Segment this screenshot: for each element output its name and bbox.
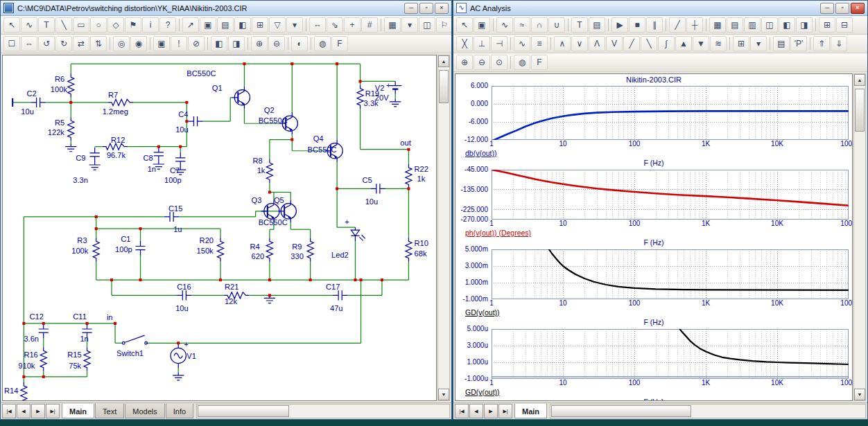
box-info-icon[interactable]: ▣: [153, 36, 170, 51]
wave-bottom-icon[interactable]: ∪: [548, 17, 565, 33]
next-page-button[interactable]: ▶: [484, 404, 498, 418]
mirror-h-icon[interactable]: ⇄: [73, 36, 89, 51]
schematic-tab-info[interactable]: Info: [166, 404, 193, 418]
component-label[interactable]: C16: [177, 283, 191, 291]
component-label[interactable]: V1: [186, 352, 196, 360]
component-label[interactable]: BC550C: [186, 69, 216, 78]
component-label[interactable]: BC550C: [259, 218, 288, 227]
analysis-tab-main[interactable]: Main: [514, 404, 547, 418]
grid-toggle-icon[interactable]: ▦: [384, 17, 401, 33]
left-vertical-scrollbar[interactable]: ▲ ▼: [437, 55, 450, 401]
panel-grid-icon[interactable]: ▦: [709, 17, 726, 33]
select-region-icon[interactable]: ☐: [3, 36, 20, 51]
res_v-symbol[interactable]: [266, 238, 272, 261]
first-page-button[interactable]: |◀: [455, 404, 469, 418]
grid-menu-icon[interactable]: ▾: [401, 17, 418, 33]
scroll-track[interactable]: [854, 86, 865, 389]
component-label[interactable]: 1k: [257, 166, 266, 175]
component-label[interactable]: in: [107, 313, 113, 321]
component-label[interactable]: 47u: [330, 304, 343, 312]
gnd-symbol[interactable]: [173, 373, 184, 380]
batt-symbol[interactable]: [389, 81, 401, 94]
go-to-x-icon[interactable]: ╳: [456, 36, 473, 51]
zoom-auto-icon[interactable]: ⊙: [491, 55, 507, 70]
component-label[interactable]: +: [184, 340, 189, 348]
res_v-symbol[interactable]: [40, 347, 46, 371]
goto-flag-icon[interactable]: ⚐: [436, 17, 451, 33]
panel-left-icon[interactable]: ◧: [779, 17, 795, 33]
properties-icon[interactable]: ▤: [589, 17, 605, 33]
gnd-symbol[interactable]: [390, 99, 401, 107]
data-points-icon[interactable]: ⊞: [819, 17, 835, 33]
plot-legend[interactable]: db(v(out)): [465, 149, 852, 159]
cap_v-symbol[interactable]: [175, 152, 185, 167]
cap_h-symbol[interactable]: [371, 184, 385, 193]
left-horizontal-scrollbar[interactable]: [196, 404, 450, 418]
maximize-button[interactable]: ▫: [835, 3, 849, 14]
component-label[interactable]: R22: [415, 165, 428, 173]
component-label[interactable]: R10: [415, 239, 428, 247]
component-label[interactable]: C7: [170, 166, 180, 175]
rubberband-icon[interactable]: #: [361, 17, 378, 33]
polygon-tool-icon[interactable]: ◇: [107, 17, 124, 33]
component-label[interactable]: C17: [326, 283, 340, 291]
component-label[interactable]: C5: [363, 176, 372, 184]
zoom-in-icon[interactable]: ⊕: [456, 55, 473, 70]
cap_h-symbol[interactable]: [164, 212, 179, 222]
select-icon[interactable]: ↖: [456, 17, 473, 33]
numeric-output-icon[interactable]: ▤: [773, 36, 790, 51]
plot-legend[interactable]: GD(v(out)): [465, 388, 852, 398]
component-label[interactable]: 100p: [164, 176, 182, 184]
gnd-symbol[interactable]: [89, 162, 101, 170]
res_v-symbol[interactable]: [357, 85, 363, 109]
help-ball-icon[interactable]: ◍: [514, 55, 530, 70]
res_v-symbol[interactable]: [307, 238, 313, 261]
component-label[interactable]: 12k: [225, 297, 237, 305]
zoom-select-icon[interactable]: ▣: [474, 17, 490, 33]
component-label[interactable]: R3: [77, 236, 87, 245]
last-page-button[interactable]: ▶|: [498, 404, 512, 418]
gnd-symbol[interactable]: [65, 144, 76, 152]
component-label[interactable]: R15: [67, 350, 81, 359]
scale-mode-icon[interactable]: ⊞: [252, 17, 268, 33]
plot-area[interactable]: Nikitin-2003.CIR6.0000.000-6.000-12.0001…: [455, 73, 853, 401]
hscroll-thumb[interactable]: [198, 405, 289, 417]
cap_h-symbol[interactable]: [188, 116, 202, 126]
scroll-up-arrow[interactable]: ▲: [438, 55, 449, 67]
next-page-button[interactable]: ▶: [31, 404, 45, 418]
component-label[interactable]: C12: [29, 312, 43, 321]
text-tool-icon[interactable]: T: [571, 17, 588, 33]
left-titlebar[interactable]: C:\MC9\DATA\Petrov\switching distortion\…: [1, 1, 451, 16]
component-label[interactable]: 150k: [197, 247, 214, 255]
component-label[interactable]: R6: [55, 75, 64, 83]
go-to-y-icon[interactable]: ⊥: [474, 36, 490, 51]
tag-horizontal-icon[interactable]: ≡: [531, 36, 548, 51]
component-label[interactable]: C2: [26, 89, 36, 98]
last-page-button[interactable]: ▶|: [46, 404, 60, 418]
zoom-out-icon[interactable]: ⊖: [474, 55, 490, 70]
component-label[interactable]: 10u: [175, 125, 189, 134]
cap_v-symbol[interactable]: [135, 240, 145, 255]
component-label[interactable]: Led2: [331, 251, 349, 259]
component-label[interactable]: Q3: [252, 196, 262, 204]
component-label[interactable]: 100k: [51, 85, 68, 94]
fall-edge-icon[interactable]: ╲: [641, 36, 657, 51]
close-button[interactable]: ×: [851, 3, 865, 14]
component-label[interactable]: 1n: [80, 335, 88, 343]
global-high-icon[interactable]: ▲: [675, 36, 692, 51]
zoom-in-icon[interactable]: ⊕: [251, 36, 268, 51]
component-label[interactable]: 1k: [417, 175, 426, 183]
component-label[interactable]: 3.3n: [73, 176, 88, 184]
component-label[interactable]: Q1: [212, 84, 223, 92]
peak-icon[interactable]: ∧: [554, 36, 571, 51]
tag-wave-icon[interactable]: ∿: [514, 36, 530, 51]
text-box-icon[interactable]: ▤: [217, 17, 234, 33]
rise-edge-icon[interactable]: ╱: [623, 36, 640, 51]
scale-up-icon[interactable]: ⇑: [813, 36, 830, 51]
stretch-icon[interactable]: ⇔: [21, 36, 37, 51]
stop-icon[interactable]: ■: [629, 17, 645, 33]
component-label[interactable]: BC550C: [259, 116, 288, 125]
component-label[interactable]: R8: [253, 157, 263, 165]
pin-tool-icon[interactable]: +: [344, 17, 361, 33]
cap_h-symbol[interactable]: [31, 98, 46, 107]
